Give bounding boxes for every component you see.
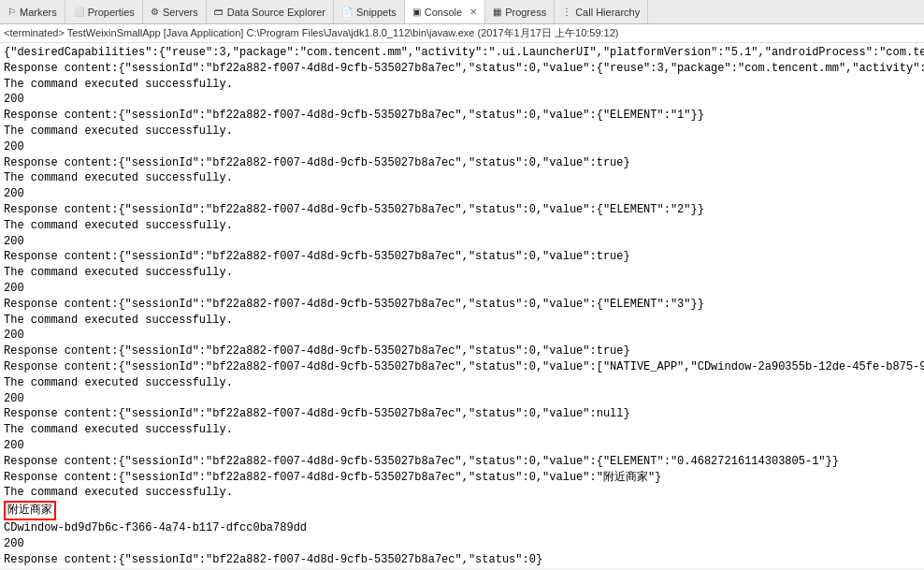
console-line: {"desiredCapabilities":{"reuse":3,"packa… (4, 45, 920, 61)
markers-tab-label: Markers (20, 7, 57, 18)
console-line: Response content:{"sessionId":"bf22a882-… (4, 249, 920, 265)
console-line: Response content:{"sessionId":"bf22a882-… (4, 202, 920, 218)
console-line: Response content:{"sessionId":"bf22a882-… (4, 155, 920, 171)
console-line: The command executed successfully. (4, 313, 920, 329)
console-line: 200 (4, 92, 920, 108)
tab-data-source-explorer[interactable]: 🗃Data Source Explorer (207, 0, 334, 23)
console-line: 200 (4, 139, 920, 155)
console-line: 200 (4, 391, 920, 407)
progress-tab-icon: ▦ (493, 7, 501, 17)
console-line: The command executed successfully. (4, 422, 920, 438)
console-line: 附近商家 (4, 501, 920, 520)
console-line: Response content:{"sessionId":"bf22a882-… (4, 343, 920, 359)
call-hierarchy-tab-icon: ⋮ (562, 7, 571, 17)
console-line: The command executed successfully. (4, 170, 920, 186)
console-line: The command executed successfully. (4, 375, 920, 391)
console-line: Response content:{"sessionId":"bf22a882-… (4, 454, 920, 470)
console-line: The command executed successfully. (4, 265, 920, 281)
console-line: Response content:{"sessionId":"bf22a882-… (4, 108, 920, 124)
tab-progress[interactable]: ▦Progress (485, 0, 555, 23)
console-line: The command executed successfully. (4, 567, 920, 568)
highlighted-text: 附近商家 (4, 501, 56, 520)
console-line: 200 (4, 438, 920, 454)
markers-tab-icon: ⚐ (7, 7, 16, 17)
console-line: 200 (4, 328, 920, 343)
console-line: CDwindow-bd9d7b6c-f366-4a74-b117-dfcc0ba… (4, 520, 920, 536)
snippets-tab-icon: 📄 (341, 7, 353, 17)
console-line: The command executed successfully. (4, 218, 920, 234)
console-line: 200 (4, 186, 920, 202)
properties-tab-icon: ⬜ (73, 7, 84, 17)
tab-console[interactable]: ▣Console✕ (405, 0, 485, 24)
properties-tab-label: Properties (88, 7, 135, 18)
servers-tab-label: Servers (163, 7, 198, 18)
console-line: The command executed successfully. (4, 485, 920, 501)
tab-servers[interactable]: ⚙Servers (143, 0, 207, 23)
progress-tab-label: Progress (505, 7, 546, 18)
console-tab-icon: ▣ (412, 7, 421, 17)
data-source-explorer-tab-icon: 🗃 (214, 7, 224, 17)
console-area[interactable]: {"desiredCapabilities":{"reuse":3,"packa… (0, 43, 924, 568)
console-line: Response content:{"sessionId":"bf22a882-… (4, 406, 920, 422)
console-line: 200 (4, 234, 920, 250)
console-line: 200 (4, 536, 920, 552)
terminated-bar: <terminated> TestWeixinSmallApp [Java Ap… (0, 24, 924, 43)
tab-bar: ⚐Markers⬜Properties⚙Servers🗃Data Source … (0, 0, 924, 24)
tab-markers[interactable]: ⚐Markers (0, 0, 65, 23)
servers-tab-icon: ⚙ (151, 7, 159, 17)
console-line: The command executed successfully. (4, 124, 920, 139)
data-source-explorer-tab-label: Data Source Explorer (227, 7, 325, 18)
console-line: Response content:{"sessionId":"bf22a882-… (4, 297, 920, 313)
console-line: Response content:{"sessionId":"bf22a882-… (4, 552, 920, 568)
console-line: 200 (4, 281, 920, 297)
console-line: Response content:{"sessionId":"bf22a882-… (4, 470, 920, 486)
console-line: Response content:{"sessionId":"bf22a882-… (4, 61, 920, 77)
console-line: Response content:{"sessionId":"bf22a882-… (4, 359, 920, 375)
snippets-tab-label: Snippets (356, 7, 397, 18)
tab-call-hierarchy[interactable]: ⋮Call Hierarchy (555, 0, 648, 23)
tab-properties[interactable]: ⬜Properties (65, 0, 143, 23)
console-tab-label: Console (425, 7, 462, 18)
console-line: The command executed successfully. (4, 77, 920, 93)
tab-snippets[interactable]: 📄Snippets (334, 0, 405, 23)
call-hierarchy-tab-label: Call Hierarchy (575, 7, 640, 18)
console-tab-close[interactable]: ✕ (469, 7, 477, 17)
